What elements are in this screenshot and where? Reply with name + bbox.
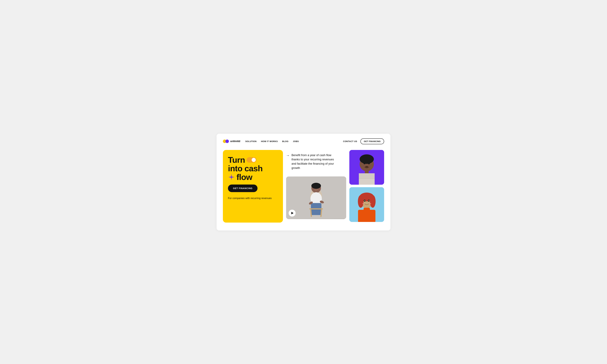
svg-point-31 xyxy=(358,195,364,208)
logo-shapes xyxy=(223,140,229,143)
woman-portrait-illustration xyxy=(349,187,384,222)
photo-woman-placeholder xyxy=(349,187,384,222)
svg-point-38 xyxy=(369,203,371,204)
nav-jobs[interactable]: JOBS xyxy=(293,140,299,143)
right-column xyxy=(349,150,384,222)
svg-rect-5 xyxy=(309,208,323,209)
headline-row-1: Turn xyxy=(228,156,278,164)
nav-solution[interactable]: SOLUTION xyxy=(245,140,257,143)
middle-column: → Benefit from a year of cash flow thank… xyxy=(286,150,346,219)
svg-rect-16 xyxy=(359,176,375,176)
headline-row-3: flow xyxy=(228,173,278,182)
get-financing-hero-button[interactable]: GET FINANCING xyxy=(228,184,258,192)
svg-rect-17 xyxy=(359,177,375,177)
nav-links: SOLUTION HOW IT WORKS BLOG JOBS xyxy=(245,140,299,143)
photo-card-woman xyxy=(349,187,384,222)
nav-blog[interactable]: BLOG xyxy=(282,140,289,143)
main-content: Turn into cash flo xyxy=(223,150,384,222)
nav-left: unlimitd SOLUTION HOW IT WORKS BLOG JOBS xyxy=(223,140,299,143)
toggle-icon xyxy=(247,157,256,163)
video-card[interactable] xyxy=(286,176,346,219)
svg-rect-15 xyxy=(359,174,375,175)
logo-purple-circle xyxy=(225,140,229,143)
hero-card: Turn into cash flo xyxy=(223,150,283,222)
navbar: unlimitd SOLUTION HOW IT WORKS BLOG JOBS… xyxy=(223,138,384,144)
hero-headline: Turn into cash flo xyxy=(228,156,278,182)
nav-right: CONTACT US GET FINANCING xyxy=(343,138,384,144)
svg-rect-13 xyxy=(365,170,369,173)
main-card: unlimitd SOLUTION HOW IT WORKS BLOG JOBS… xyxy=(217,134,390,231)
headline-flow: flow xyxy=(236,173,252,182)
man-portrait-illustration xyxy=(349,150,384,185)
nav-how-it-works[interactable]: HOW IT WORKS xyxy=(261,140,278,143)
svg-point-10 xyxy=(311,183,321,189)
svg-rect-14 xyxy=(359,173,375,185)
photo-card-man xyxy=(349,150,384,185)
get-financing-nav-button[interactable]: GET FINANCING xyxy=(360,138,384,144)
hero-subtitle: For companies with recurring revenues xyxy=(228,196,278,200)
svg-rect-18 xyxy=(359,178,375,179)
logo-text: unlimitd xyxy=(230,140,240,143)
headline-row-2: into cash xyxy=(228,164,278,173)
benefit-text-block: → Benefit from a year of cash flow thank… xyxy=(286,152,346,173)
svg-point-35 xyxy=(364,200,365,201)
page-wrapper: unlimitd SOLUTION HOW IT WORKS BLOG JOBS… xyxy=(0,0,607,364)
play-button[interactable] xyxy=(289,210,296,217)
svg-point-19 xyxy=(365,166,368,168)
headline-turn: Turn xyxy=(228,156,245,164)
svg-point-24 xyxy=(360,154,374,164)
benefit-description: Benefit from a year of cash flow thanks … xyxy=(291,153,336,170)
headline-into-cash: into cash xyxy=(228,164,262,173)
svg-point-32 xyxy=(370,195,376,208)
toggle-knob xyxy=(252,158,256,162)
logo: unlimitd xyxy=(223,140,240,143)
star-sparkle-icon xyxy=(228,174,235,181)
svg-rect-29 xyxy=(364,208,370,212)
contact-link[interactable]: CONTACT US xyxy=(343,140,357,143)
svg-point-36 xyxy=(369,200,369,201)
svg-point-37 xyxy=(362,203,365,204)
photo-man-placeholder xyxy=(349,150,384,185)
arrow-right-icon: → xyxy=(286,154,290,157)
